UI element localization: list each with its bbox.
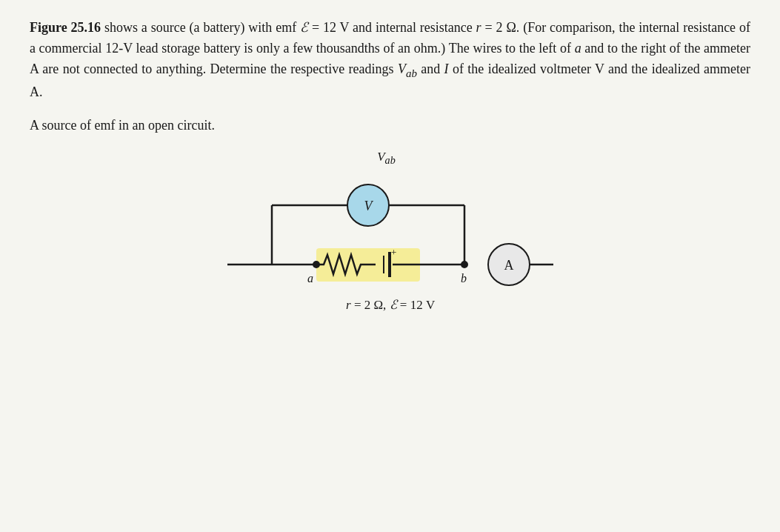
circuit-diagram: Vab V +: [30, 150, 750, 316]
label-b: b: [461, 272, 467, 285]
vab-sub: ab: [406, 67, 417, 79]
main-paragraph: Figure 25.16 shows a source (a battery) …: [30, 18, 750, 103]
text-part2: = 12 V and internal resistance: [308, 20, 476, 35]
subtitle-text: A source of emf in an open circuit.: [30, 118, 750, 133]
svg-point-12: [313, 261, 320, 268]
text-part1: shows a source (a battery) with emf: [101, 20, 300, 35]
circuit-caption: r = 2 Ω, ℰ = 12 V: [346, 298, 436, 312]
vab-v: V: [398, 61, 406, 76]
r-symbol: r: [476, 20, 481, 35]
figure-ref: Figure 25.16: [30, 20, 101, 35]
vab-v-label: V: [377, 150, 384, 164]
label-a: a: [307, 272, 313, 285]
text-part5: and: [417, 61, 444, 76]
svg-point-13: [461, 261, 468, 268]
a-symbol-text: a: [575, 41, 581, 56]
circuit-svg: V + a b A r = 2 Ω, ℰ = 12 V: [198, 168, 583, 316]
vab-circuit-label: Vab: [377, 150, 396, 167]
vab-sub-label: ab: [385, 154, 396, 166]
vab-var: Vab: [398, 61, 417, 76]
ammeter-label-text: A: [504, 258, 513, 273]
battery-plus: +: [391, 247, 396, 258]
emf-symbol: ℰ: [300, 20, 308, 35]
